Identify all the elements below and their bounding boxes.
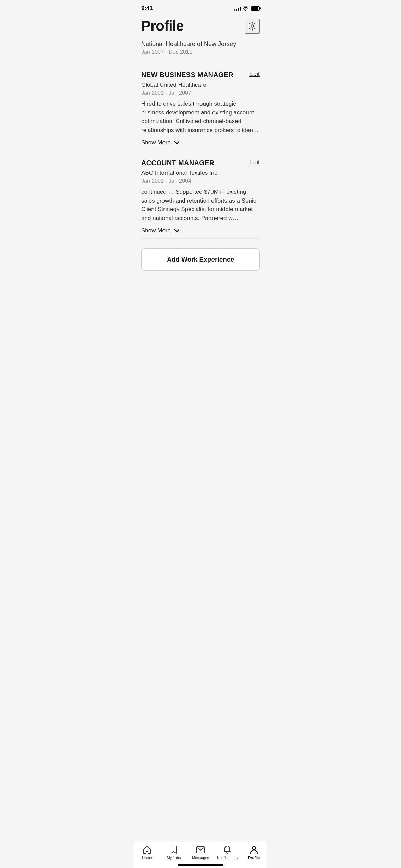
- status-bar: 9:41: [134, 0, 267, 14]
- settings-button[interactable]: [245, 19, 260, 34]
- job-company-1: Global United Healthcare: [141, 82, 260, 88]
- job-title-2: ACCOUNT MANAGER: [141, 159, 245, 167]
- add-work-experience-button[interactable]: Add Work Experience: [141, 248, 260, 271]
- status-icons: [234, 6, 260, 11]
- previous-entry: National Healthcare of New Jersey Jan 20…: [141, 40, 260, 62]
- job-dates-2: Jan 2001 - Jan 2004: [141, 178, 260, 184]
- job-header-1: NEW BUSINESS MANAGER Edit: [141, 71, 260, 79]
- edit-button-1[interactable]: Edit: [249, 71, 260, 78]
- show-more-button-1[interactable]: Show More: [141, 139, 260, 146]
- header: Profile: [134, 14, 267, 40]
- gear-icon: [247, 21, 257, 31]
- signal-icon: [234, 6, 241, 11]
- show-more-label-2: Show More: [141, 227, 171, 234]
- job-dates-1: Jan 2001 - Jan 2007: [141, 90, 260, 96]
- job-entry-new-business-manager: NEW BUSINESS MANAGER Edit Global United …: [141, 62, 260, 150]
- job-header-2: ACCOUNT MANAGER Edit: [141, 159, 260, 167]
- show-more-label-1: Show More: [141, 139, 171, 146]
- wifi-icon: [243, 6, 249, 11]
- status-time: 9:41: [141, 5, 153, 12]
- svg-point-0: [251, 25, 254, 27]
- job-description-1: Hired to drive sales through strategic b…: [141, 99, 260, 134]
- job-description-2: continued … Supported $70M in existing s…: [141, 188, 260, 222]
- battery-icon: [251, 6, 260, 11]
- job-company-2: ABC International Textiles Inc.: [141, 170, 260, 177]
- job-title-1: NEW BUSINESS MANAGER: [141, 71, 245, 79]
- chevron-down-icon-2: [173, 227, 180, 234]
- prev-dates: Jan 2007 - Dec 2011: [141, 49, 260, 55]
- page-title: Profile: [141, 18, 184, 34]
- chevron-down-icon-1: [173, 139, 180, 146]
- prev-company: National Healthcare of New Jersey: [141, 40, 260, 48]
- edit-button-2[interactable]: Edit: [249, 159, 260, 166]
- content-area: National Healthcare of New Jersey Jan 20…: [134, 40, 267, 305]
- job-entry-account-manager: ACCOUNT MANAGER Edit ABC International T…: [141, 150, 260, 239]
- show-more-button-2[interactable]: Show More: [141, 227, 260, 234]
